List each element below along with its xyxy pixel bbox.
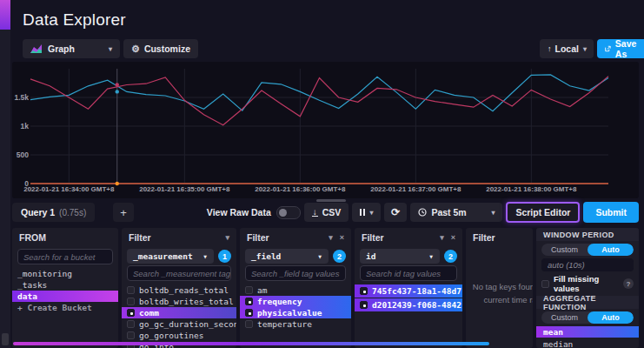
chevron-down-icon[interactable]: ▾ — [329, 233, 333, 242]
field-search-input[interactable]: Search _field tag values — [245, 265, 346, 281]
tag-value-label: frequency — [257, 297, 302, 306]
tag-key-dropdown[interactable]: _field ▾ — [245, 249, 329, 264]
tag-value-item-selected[interactable]: comm — [122, 307, 236, 318]
nav-bottom-item[interactable] — [2, 333, 9, 345]
create-bucket-button[interactable]: + Create Bucket — [12, 302, 118, 313]
tag-key-dropdown[interactable]: _measurement ▾ — [127, 249, 214, 264]
csv-download-button[interactable]: ↓ CSV — [304, 203, 349, 222]
checkbox — [127, 331, 135, 339]
filter-card-header: Filter ▾ × — [240, 228, 351, 247]
time-series-chart[interactable]: 1.5k 1k 500 0 2022-01-21 16:34:00 GMT+8 … — [12, 62, 639, 198]
filter-title: Filter — [473, 232, 495, 243]
script-editor-button[interactable]: Script Editor — [506, 202, 580, 223]
tag-value-label: 745fc437-18a1-48d7-98a6-7… — [372, 286, 462, 296]
selected-count-badge: 2 — [333, 250, 346, 263]
chevron-down-icon: ▾ — [109, 45, 112, 53]
view-raw-data-label: View Raw Data — [207, 207, 271, 218]
selected-count-badge: 1 — [218, 250, 231, 263]
filter-title: Filter — [362, 232, 384, 243]
bucket-label: data — [17, 291, 37, 301]
window-period-toggle[interactable]: Custom Auto — [541, 244, 634, 256]
query-tab[interactable]: Query 1 (0.75s) — [12, 203, 95, 222]
script-editor-label: Script Editor — [515, 207, 570, 218]
page-title: Data Explorer — [23, 10, 126, 30]
bucket-item[interactable]: _monitoring — [12, 268, 118, 279]
fill-missing-values-row[interactable]: Fill missing values ? — [541, 274, 634, 293]
save-as-button[interactable]: Save As — [597, 39, 644, 58]
tag-value-item-selected[interactable]: 745fc437-18a1-48d7-98a6-7… — [355, 284, 462, 298]
nav-active-item[interactable] — [0, 0, 10, 30]
chevron-down-icon: ▾ — [317, 251, 322, 261]
refresh-button[interactable]: ⟳ — [384, 203, 407, 222]
y-axis-tick: 500 — [6, 151, 29, 159]
pause-dropdown-button[interactable]: ▾ — [352, 203, 381, 222]
bucket-item-selected[interactable]: data — [12, 291, 118, 302]
filter-title: Filter — [129, 232, 151, 243]
x-axis-tick: 2022-01-21 16:36:00 GMT+8 — [255, 185, 345, 193]
tag-value-item[interactable]: boltdb_reads_total — [122, 284, 236, 296]
chevron-down-icon: ▾ — [491, 209, 495, 217]
tag-value-item-selected[interactable]: d2012439-f068-4842-bfef-8… — [355, 298, 462, 311]
tag-value-item[interactable]: go_goroutines — [122, 330, 236, 341]
bucket-search-input[interactable]: Search for a bucket — [17, 249, 113, 264]
checkbox[interactable] — [541, 280, 549, 288]
custom-option[interactable]: Custom — [541, 311, 588, 324]
time-range-dropdown[interactable]: Past 5m ▾ — [410, 203, 502, 222]
graph-icon — [30, 44, 43, 53]
tag-value-item[interactable]: boltdb_writes_total — [122, 296, 236, 307]
clock-icon — [418, 208, 427, 217]
graph-type-dropdown[interactable]: Graph ▾ — [23, 39, 120, 58]
bucket-item[interactable]: _tasks — [12, 279, 118, 291]
tag-key-dropdown[interactable]: id ▾ — [360, 249, 440, 264]
aggregate-fn-selected[interactable]: mean — [536, 326, 639, 338]
query-tab-label: Query 1 — [21, 207, 55, 218]
tag-value-item-selected[interactable]: physicalvalue — [240, 307, 351, 318]
tag-value-item[interactable]: go_gc_duration_seconds — [122, 318, 236, 330]
tag-key-label: _field — [251, 251, 281, 261]
view-raw-data-toggle[interactable] — [276, 206, 301, 219]
add-query-button[interactable]: + — [113, 203, 134, 222]
chevron-down-icon: ▾ — [583, 45, 587, 53]
auto-option-selected[interactable]: Auto — [588, 311, 634, 324]
refresh-icon: ⟳ — [391, 206, 400, 218]
aggregate-fn-item[interactable]: median — [536, 338, 639, 348]
chevron-down-icon[interactable]: ▾ — [225, 233, 229, 242]
submit-button[interactable]: Submit — [583, 202, 639, 223]
filter-card-header: Filter ▾ × — [355, 228, 462, 247]
help-icon[interactable]: ? — [623, 278, 634, 289]
aggregate-toggle[interactable]: Custom Auto — [541, 311, 634, 324]
measurement-search-input[interactable]: Search _measurement tag values — [127, 265, 231, 281]
bucket-list: _monitoring _tasks data + Create Bucket — [12, 268, 118, 313]
panel-resize-handle[interactable] — [316, 199, 346, 202]
chevron-down-icon[interactable]: ▾ — [440, 233, 444, 242]
filter-card-measurement: Filter ▾ _measurement ▾ 1 Search _measur… — [122, 228, 236, 348]
graph-type-label-wrap: Graph — [30, 44, 75, 54]
y-axis-tick: 1k — [6, 122, 29, 130]
csv-label: CSV — [322, 207, 342, 218]
toggle-knob — [279, 209, 287, 217]
auto-option-selected[interactable]: Auto — [588, 244, 634, 256]
id-search-input[interactable]: Search id tag values — [360, 265, 457, 281]
checkbox — [127, 298, 135, 305]
checkbox — [245, 320, 253, 328]
function-panel: WINDOW PERIOD Custom Auto auto (10s) Fil… — [536, 228, 639, 348]
x-axis-tick: 2022-01-21 16:34:00 GMT+8 — [23, 185, 114, 193]
checkbox-checked — [127, 309, 135, 317]
horizontal-scrollbar[interactable] — [13, 342, 489, 345]
tag-value-item-selected[interactable]: frequency — [240, 296, 351, 307]
local-dropdown[interactable]: ↑ Local ▾ — [540, 39, 594, 58]
close-icon[interactable]: × — [451, 233, 455, 242]
close-icon[interactable]: × — [340, 233, 344, 242]
empty-filter-message: No tag keys found in the current time ra… — [469, 280, 533, 306]
custom-option[interactable]: Custom — [541, 244, 588, 256]
customize-button[interactable]: ⚙ Customize — [123, 39, 198, 58]
checkbox-checked — [360, 287, 368, 295]
window-period-value: auto (10s) — [541, 258, 634, 271]
tag-value-item[interactable]: am — [240, 284, 351, 296]
chevron-down-icon: ▾ — [428, 251, 434, 261]
x-axis-tick: 2022-01-21 16:35:00 GMT+8 — [139, 185, 229, 193]
tag-value-item[interactable]: temperature — [240, 318, 351, 330]
tag-value-label: go_gc_duration_seconds — [139, 319, 236, 329]
submit-label: Submit — [595, 207, 627, 218]
y-axis-tick: 1.5k — [6, 93, 29, 102]
